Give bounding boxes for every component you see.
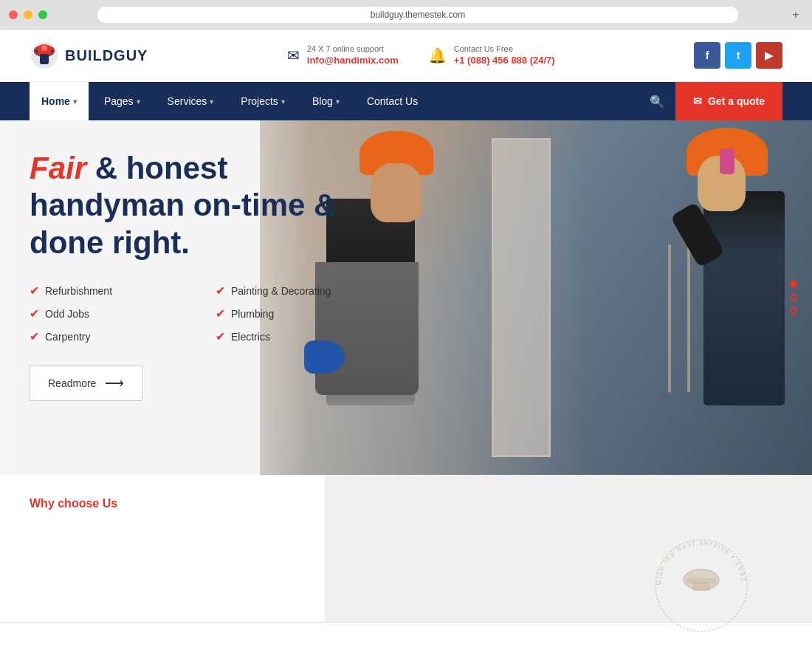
- nav-contact-label: Contact Us: [367, 95, 418, 107]
- nav-item-pages[interactable]: Pages ▾: [92, 82, 152, 120]
- service-label: Electrics: [231, 331, 270, 343]
- service-carpentry: ✔ Carpentry: [30, 329, 201, 343]
- nav-services-label: Services: [168, 95, 207, 107]
- top-bar: BUILDGUY ✉ 24 X 7 online support info@ha…: [0, 30, 812, 82]
- check-icon: ✔: [216, 306, 225, 321]
- envelope-icon: ✉: [693, 95, 702, 107]
- support-label: 24 X 7 online support: [307, 44, 399, 53]
- service-label: Painting & Decorating: [231, 285, 331, 297]
- hero-section: Fair & honest handyman on-time &done rig…: [0, 120, 812, 475]
- why-choose-link[interactable]: Why choose Us: [30, 497, 117, 510]
- address-bar[interactable]: buildguy.themestek.com: [97, 7, 738, 23]
- service-refurbishment: ✔ Refurbishment: [30, 284, 201, 298]
- phone-details: Contact Us Free +1 (088) 456 888 (24/7): [454, 44, 555, 66]
- nav-item-projects[interactable]: Projects ▾: [229, 82, 297, 120]
- url-text: buildguy.themestek.com: [371, 10, 466, 20]
- nav-items: Home ▾ Pages ▾ Services ▾ Projects ▾ Blo…: [30, 82, 639, 120]
- badge-svg: Give the best service • 1991 • Handimix …: [650, 534, 753, 637]
- service-painting: ✔ Painting & Decorating: [216, 284, 387, 298]
- service-electrics: ✔ Electrics: [216, 329, 387, 343]
- chevron-down-icon: ▾: [210, 97, 213, 106]
- hero-headline: Fair & honest handyman on-time &done rig…: [30, 150, 387, 261]
- minimize-button[interactable]: [24, 10, 32, 19]
- email-value[interactable]: info@handimix.com: [307, 55, 399, 66]
- email-icon: ✉: [287, 47, 300, 64]
- email-contact: ✉ 24 X 7 online support info@handimix.co…: [287, 44, 399, 66]
- slider-dots: [790, 281, 797, 315]
- nav-item-blog[interactable]: Blog ▾: [300, 82, 351, 120]
- service-plumbing: ✔ Plumbing: [216, 306, 387, 321]
- maximize-button[interactable]: [38, 10, 47, 19]
- service-odd-jobs: ✔ Odd Jobs: [30, 306, 201, 321]
- logo-icon: [30, 41, 59, 70]
- phone-icon: 🔔: [428, 47, 447, 64]
- chevron-down-icon: ▾: [137, 97, 140, 106]
- svg-rect-11: [692, 582, 710, 591]
- service-label: Carpentry: [45, 331, 90, 343]
- quote-label: Get a quote: [708, 95, 765, 107]
- slider-dot-3[interactable]: [790, 307, 797, 315]
- nav-blog-label: Blog: [312, 95, 333, 107]
- nav-projects-label: Projects: [241, 95, 278, 107]
- facebook-button[interactable]: f: [694, 42, 720, 69]
- nav-home-label: Home: [41, 95, 70, 107]
- headline-sub: handyman on-time &done right.: [30, 187, 387, 261]
- readmore-label: Readmore: [48, 377, 96, 389]
- headline-fair: Fair: [30, 151, 86, 185]
- hero-content: Fair & honest handyman on-time &done rig…: [30, 150, 387, 401]
- service-label: Plumbing: [231, 308, 274, 320]
- get-quote-button[interactable]: ✉ Get a quote: [675, 82, 782, 120]
- slider-dot-2[interactable]: [790, 294, 797, 301]
- chevron-down-icon: ▾: [336, 97, 340, 106]
- chevron-down-icon: ▾: [73, 97, 77, 106]
- svg-rect-5: [40, 54, 49, 64]
- circular-badge: Give the best service • 1991 • Handimix …: [650, 534, 753, 637]
- readmore-button[interactable]: Readmore ⟶: [30, 366, 142, 401]
- below-hero-section: Why choose Us Give the best service • 19…: [0, 475, 812, 623]
- ladder: [668, 244, 690, 392]
- headline-and: & honest: [86, 151, 227, 185]
- contact-info: ✉ 24 X 7 online support info@handimix.co…: [287, 44, 555, 66]
- worker2-body: [703, 191, 785, 405]
- logo[interactable]: BUILDGUY: [30, 41, 148, 70]
- website-container: BUILDGUY ✉ 24 X 7 online support info@ha…: [0, 30, 812, 658]
- nav-item-home[interactable]: Home ▾: [30, 82, 89, 120]
- check-icon: ✔: [30, 329, 39, 343]
- arrow-right-icon: ⟶: [105, 375, 124, 391]
- chevron-down-icon: ▾: [281, 97, 285, 106]
- svg-point-6: [41, 45, 47, 51]
- check-icon: ✔: [216, 329, 225, 343]
- navbar: Home ▾ Pages ▾ Services ▾ Projects ▾ Blo…: [0, 82, 812, 120]
- new-tab-button[interactable]: +: [788, 7, 803, 22]
- browser-chrome: buildguy.themestek.com +: [0, 0, 812, 30]
- email-details: 24 X 7 online support info@handimix.com: [307, 44, 399, 66]
- nav-pages-label: Pages: [104, 95, 134, 107]
- check-icon: ✔: [216, 284, 225, 298]
- phone-value[interactable]: +1 (088) 456 888 (24/7): [454, 55, 555, 66]
- phone-contact: 🔔 Contact Us Free +1 (088) 456 888 (24/7…: [428, 44, 555, 66]
- door-frame: [492, 138, 551, 457]
- social-links: f t ▶: [694, 42, 782, 69]
- services-list: ✔ Refurbishment ✔ Painting & Decorating …: [30, 284, 387, 343]
- nav-item-services[interactable]: Services ▾: [156, 82, 226, 120]
- service-label: Odd Jobs: [45, 308, 89, 320]
- close-button[interactable]: [9, 10, 18, 19]
- check-icon: ✔: [30, 306, 39, 321]
- slider-dot-1[interactable]: [790, 281, 797, 288]
- twitter-button[interactable]: t: [725, 42, 751, 69]
- pink-tool: [720, 148, 734, 174]
- search-button[interactable]: 🔍: [639, 95, 675, 109]
- youtube-button[interactable]: ▶: [756, 42, 782, 69]
- logo-text: BUILDGUY: [65, 47, 148, 64]
- service-label: Refurbishment: [45, 285, 112, 297]
- nav-item-contact[interactable]: Contact Us: [355, 82, 430, 120]
- check-icon: ✔: [30, 284, 39, 298]
- contact-label: Contact Us Free: [454, 44, 555, 53]
